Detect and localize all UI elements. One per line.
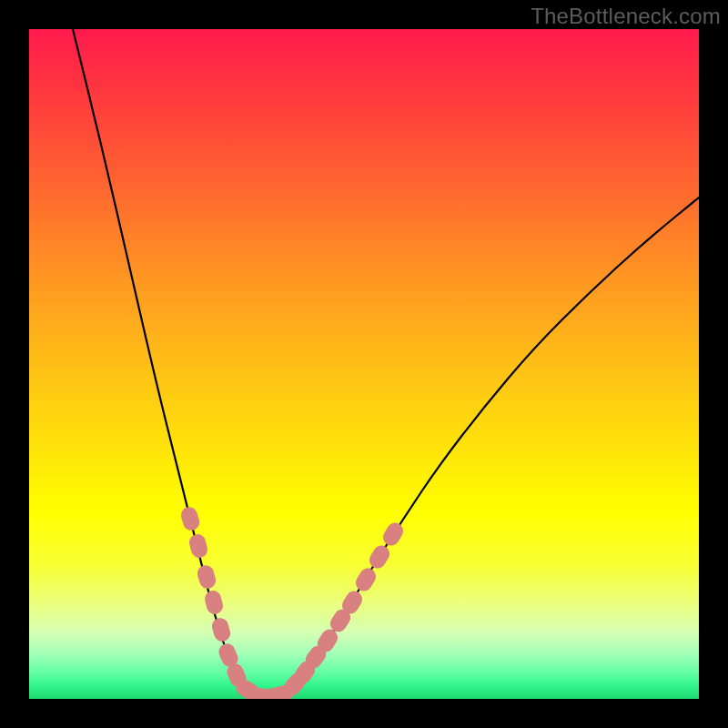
chart-svg — [29, 29, 699, 699]
data-marker — [203, 589, 225, 616]
data-marker — [210, 616, 232, 643]
bottleneck-curve — [73, 29, 699, 698]
data-marker — [367, 542, 393, 571]
chart-frame: TheBottleneck.com — [0, 0, 728, 728]
data-marker — [196, 563, 217, 591]
plot-area — [29, 29, 699, 699]
watermark-text: TheBottleneck.com — [531, 4, 721, 29]
data-marker — [187, 532, 209, 560]
data-marker — [353, 565, 379, 594]
marker-group — [179, 505, 407, 699]
data-marker — [380, 520, 407, 549]
data-marker — [179, 505, 202, 532]
